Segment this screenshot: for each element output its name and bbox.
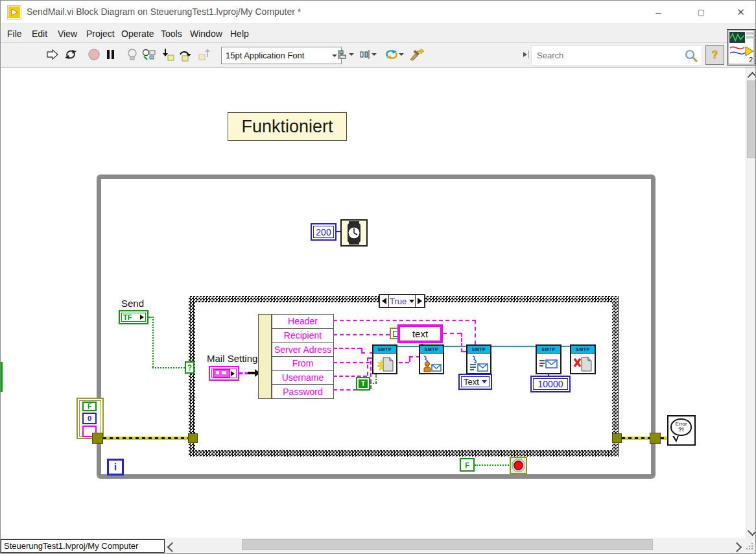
smtp-set-recipients-node[interactable]: SMTP <box>419 344 444 374</box>
unbundle-field[interactable]: Username <box>272 371 334 385</box>
step-into-button[interactable] <box>159 45 178 64</box>
output-arrow-icon <box>231 371 235 376</box>
close-button[interactable]: ✕ <box>726 1 755 23</box>
retain-wire-values-icon <box>141 48 157 61</box>
distribute-objects-dropdown[interactable] <box>358 45 379 64</box>
minimize-button[interactable]: – <box>644 1 673 23</box>
string-wire[interactable] <box>333 348 361 349</box>
scroll-left-arrow[interactable] <box>169 542 176 553</box>
reorder-dropdown[interactable] <box>383 45 406 64</box>
menu-view[interactable]: View <box>55 24 80 43</box>
string-wire[interactable] <box>443 333 461 334</box>
smtp-close-handle-node[interactable]: SMTP <box>570 344 596 374</box>
menu-operate[interactable]: Operate <box>119 24 157 43</box>
iteration-terminal[interactable]: i <box>107 459 124 476</box>
unbundle-field[interactable]: Password <box>272 385 334 399</box>
free-label-comment[interactable]: Funktioniert <box>228 112 347 141</box>
menu-window[interactable]: Window <box>187 24 225 43</box>
execution-target-label[interactable]: SteuerungTest1.lvproj/My Computer <box>1 539 165 553</box>
run-continuously-button[interactable] <box>62 45 80 64</box>
labview-icon <box>7 5 21 19</box>
menu-tools[interactable]: Tools <box>158 24 185 43</box>
cluster-wire[interactable] <box>239 372 248 374</box>
timeout-constant[interactable]: 10000 <box>530 376 571 392</box>
align-objects-dropdown[interactable] <box>335 45 356 64</box>
smtp-open-handle-node[interactable]: SMTP <box>372 344 397 374</box>
unbundle-node-strip[interactable] <box>258 314 272 399</box>
error-wire[interactable] <box>622 437 651 440</box>
string-wire[interactable] <box>367 357 368 376</box>
error-wire[interactable] <box>103 437 189 440</box>
string-wire[interactable] <box>333 334 390 335</box>
font-selector-dropdown[interactable]: 15pt Application Font <box>221 47 342 64</box>
pause-button[interactable] <box>102 45 120 64</box>
case-tunnel-right[interactable] <box>612 433 622 443</box>
diagram-canvas[interactable]: Funktioniert 200 F 0 <box>1 67 746 538</box>
case-selector-value-cell[interactable]: True <box>389 295 415 307</box>
unbundle-field[interactable]: Header <box>272 314 334 329</box>
boolean-wire[interactable] <box>152 367 185 368</box>
message-type-constant[interactable]: Text <box>458 374 492 390</box>
unbundle-field[interactable]: Server Adress <box>272 343 334 357</box>
search-input[interactable] <box>532 50 683 61</box>
error-status-constant[interactable]: F <box>82 402 97 411</box>
loop-condition-terminal[interactable] <box>510 457 527 474</box>
false-constant[interactable]: F <box>460 458 475 472</box>
send-terminal[interactable]: TF <box>119 310 148 324</box>
menu-file[interactable]: File <box>5 24 25 43</box>
vertical-scroll-thumb[interactable] <box>747 80 756 158</box>
smtp-set-message-node[interactable]: SMTP <box>466 344 491 374</box>
case-selector-terminal[interactable]: ? <box>185 361 195 374</box>
chevron-down-icon <box>482 380 487 383</box>
maximize-button[interactable]: ▢ <box>687 1 716 23</box>
smtp-handle-wire[interactable] <box>491 346 536 347</box>
scroll-right-arrow[interactable] <box>733 542 740 553</box>
menu-project[interactable]: Project <box>84 24 117 43</box>
string-wire[interactable] <box>333 320 476 321</box>
retain-wire-values-button[interactable] <box>140 45 158 64</box>
resize-grip[interactable] <box>745 542 753 549</box>
error-code-constant[interactable]: 0 <box>82 413 97 424</box>
case-tunnel-left[interactable] <box>188 433 198 443</box>
loop-tunnel-left[interactable] <box>92 433 103 444</box>
string-wire[interactable] <box>461 333 462 352</box>
send-label[interactable]: Send <box>121 298 144 309</box>
vi-icon-thumbnail[interactable]: 2 <box>727 29 755 66</box>
unbundle-field[interactable]: From <box>272 357 334 371</box>
vertical-scrollbar[interactable] <box>746 67 756 538</box>
mail-setting-terminal[interactable] <box>209 366 239 381</box>
smtp-handle-wire[interactable] <box>444 346 466 347</box>
case-selector-label[interactable]: True <box>379 294 425 308</box>
string-wire[interactable] <box>475 320 476 344</box>
step-over-button[interactable] <box>176 45 195 64</box>
smtp-handle-wire[interactable] <box>397 346 419 347</box>
case-previous-button[interactable] <box>380 295 389 307</box>
run-button[interactable] <box>43 45 62 64</box>
loop-tunnel-right[interactable] <box>650 433 661 444</box>
help-button[interactable]: ? <box>705 45 724 65</box>
boolean-wire[interactable] <box>370 383 377 384</box>
cleanup-diagram-button[interactable] <box>408 45 426 64</box>
true-constant[interactable]: T <box>356 377 370 391</box>
boolean-wire[interactable] <box>152 317 154 367</box>
unbundle-field[interactable]: Recipient <box>272 329 334 343</box>
search-icon[interactable] <box>683 48 699 64</box>
smtp-send-email-node[interactable]: SMTP <box>536 344 561 374</box>
boolean-wire[interactable] <box>375 374 377 383</box>
text-string-constant[interactable]: text <box>397 324 443 343</box>
smtp-node-header: SMTP <box>420 346 443 354</box>
horizontal-scroll-thumb[interactable] <box>242 539 653 550</box>
scroll-down-arrow[interactable] <box>749 525 756 537</box>
smtp-close-icon <box>573 355 593 373</box>
menu-edit[interactable]: Edit <box>29 24 50 43</box>
unbundle-by-name-node[interactable]: Header Recipient Server Adress From User… <box>272 314 334 399</box>
highlight-execution-button[interactable] <box>123 45 141 64</box>
case-next-button[interactable] <box>415 295 424 307</box>
smtp-handle-wire[interactable] <box>561 346 570 347</box>
simple-error-handler-node[interactable]: Error ?! <box>667 415 696 446</box>
mail-setting-label[interactable]: Mail Setting <box>207 353 257 364</box>
menu-help[interactable]: Help <box>228 24 252 43</box>
string-wire[interactable] <box>370 361 372 389</box>
boolean-wire[interactable] <box>475 464 511 466</box>
toolbar-overflow-chevron[interactable] <box>523 51 529 58</box>
